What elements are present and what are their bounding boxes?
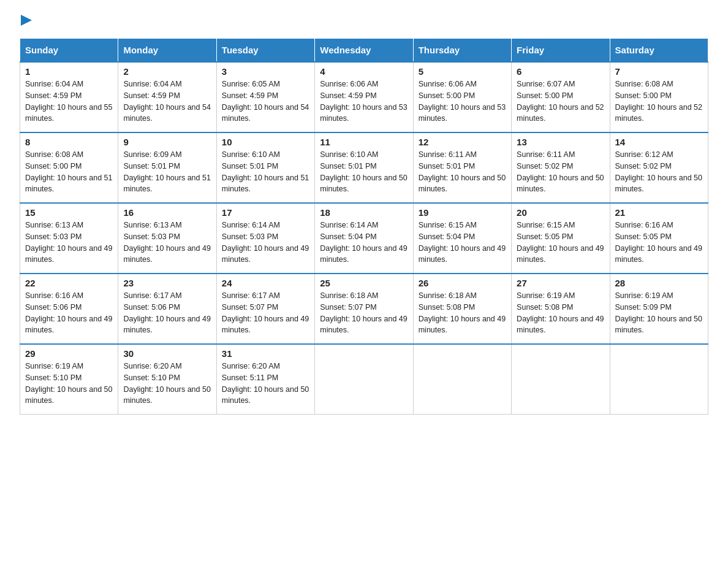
calendar-header-thursday: Thursday: [413, 39, 511, 63]
day-info: Sunrise: 6:06 AMSunset: 4:59 PMDaylight:…: [320, 79, 408, 124]
day-info: Sunrise: 6:04 AMSunset: 4:59 PMDaylight:…: [25, 79, 113, 124]
day-number: 23: [123, 278, 211, 288]
day-info: Sunrise: 6:13 AMSunset: 5:03 PMDaylight:…: [123, 220, 211, 266]
day-number: 11: [320, 137, 408, 147]
day-info: Sunrise: 6:14 AMSunset: 5:04 PMDaylight:…: [320, 220, 408, 266]
calendar-empty-cell: [512, 344, 610, 415]
day-info: Sunrise: 6:19 AMSunset: 5:10 PMDaylight:…: [25, 361, 113, 407]
calendar-header-sunday: Sunday: [20, 39, 118, 63]
calendar-week-row: 29 Sunrise: 6:19 AMSunset: 5:10 PMDaylig…: [20, 344, 708, 415]
calendar-day-cell: 27 Sunrise: 6:19 AMSunset: 5:08 PMDaylig…: [512, 274, 610, 344]
day-number: 22: [25, 278, 113, 288]
calendar-day-cell: 9 Sunrise: 6:09 AMSunset: 5:01 PMDayligh…: [118, 132, 216, 203]
day-number: 8: [25, 137, 113, 147]
calendar-day-cell: 3 Sunrise: 6:05 AMSunset: 4:59 PMDayligh…: [216, 62, 314, 132]
day-info: Sunrise: 6:09 AMSunset: 5:01 PMDaylight:…: [123, 149, 211, 195]
calendar-day-cell: 15 Sunrise: 6:13 AMSunset: 5:03 PMDaylig…: [20, 203, 118, 274]
day-number: 24: [222, 278, 309, 288]
calendar-day-cell: 11 Sunrise: 6:10 AMSunset: 5:01 PMDaylig…: [315, 132, 413, 203]
day-info: Sunrise: 6:11 AMSunset: 5:01 PMDaylight:…: [419, 149, 506, 195]
day-info: Sunrise: 6:17 AMSunset: 5:07 PMDaylight:…: [222, 290, 309, 336]
day-number: 9: [123, 137, 211, 147]
day-number: 14: [615, 137, 703, 147]
day-number: 16: [123, 207, 211, 218]
day-info: Sunrise: 6:20 AMSunset: 5:10 PMDaylight:…: [123, 361, 211, 407]
day-number: 4: [320, 66, 408, 77]
calendar-day-cell: 24 Sunrise: 6:17 AMSunset: 5:07 PMDaylig…: [216, 274, 314, 344]
day-info: Sunrise: 6:16 AMSunset: 5:06 PMDaylight:…: [25, 290, 113, 336]
calendar-day-cell: 8 Sunrise: 6:08 AMSunset: 5:00 PMDayligh…: [20, 132, 118, 203]
calendar-day-cell: 23 Sunrise: 6:17 AMSunset: 5:06 PMDaylig…: [118, 274, 216, 344]
day-number: 20: [517, 207, 604, 218]
day-number: 1: [25, 66, 113, 77]
calendar-empty-cell: [610, 344, 708, 415]
day-number: 25: [320, 278, 408, 288]
calendar-day-cell: 16 Sunrise: 6:13 AMSunset: 5:03 PMDaylig…: [118, 203, 216, 274]
day-number: 29: [25, 348, 113, 359]
calendar-week-row: 15 Sunrise: 6:13 AMSunset: 5:03 PMDaylig…: [20, 203, 708, 274]
day-info: Sunrise: 6:07 AMSunset: 5:00 PMDaylight:…: [517, 79, 604, 124]
day-info: Sunrise: 6:15 AMSunset: 5:04 PMDaylight:…: [419, 220, 506, 266]
calendar-empty-cell: [413, 344, 511, 415]
calendar-day-cell: 26 Sunrise: 6:18 AMSunset: 5:08 PMDaylig…: [413, 274, 511, 344]
day-info: Sunrise: 6:16 AMSunset: 5:05 PMDaylight:…: [615, 220, 703, 266]
calendar-day-cell: 12 Sunrise: 6:11 AMSunset: 5:01 PMDaylig…: [413, 132, 511, 203]
calendar-day-cell: 31 Sunrise: 6:20 AMSunset: 5:11 PMDaylig…: [216, 344, 314, 415]
day-number: 18: [320, 207, 408, 218]
day-info: Sunrise: 6:15 AMSunset: 5:05 PMDaylight:…: [517, 220, 604, 266]
day-number: 5: [419, 66, 506, 77]
calendar-table: SundayMondayTuesdayWednesdayThursdayFrid…: [20, 38, 708, 415]
calendar-day-cell: 30 Sunrise: 6:20 AMSunset: 5:10 PMDaylig…: [118, 344, 216, 415]
calendar-empty-cell: [315, 344, 413, 415]
day-number: 10: [222, 137, 309, 147]
day-info: Sunrise: 6:17 AMSunset: 5:06 PMDaylight:…: [123, 290, 211, 336]
day-info: Sunrise: 6:04 AMSunset: 4:59 PMDaylight:…: [123, 79, 211, 124]
day-number: 13: [517, 137, 604, 147]
logo: [20, 15, 32, 28]
calendar-day-cell: 1 Sunrise: 6:04 AMSunset: 4:59 PMDayligh…: [20, 62, 118, 132]
day-info: Sunrise: 6:20 AMSunset: 5:11 PMDaylight:…: [222, 361, 309, 407]
calendar-day-cell: 29 Sunrise: 6:19 AMSunset: 5:10 PMDaylig…: [20, 344, 118, 415]
day-number: 27: [517, 278, 604, 288]
calendar-day-cell: 25 Sunrise: 6:18 AMSunset: 5:07 PMDaylig…: [315, 274, 413, 344]
day-number: 28: [615, 278, 703, 288]
day-number: 6: [517, 66, 604, 77]
page-header: [20, 15, 708, 28]
day-info: Sunrise: 6:08 AMSunset: 5:00 PMDaylight:…: [25, 149, 113, 195]
calendar-header-friday: Friday: [512, 39, 610, 63]
day-info: Sunrise: 6:06 AMSunset: 5:00 PMDaylight:…: [419, 79, 506, 124]
day-number: 19: [419, 207, 506, 218]
calendar-day-cell: 2 Sunrise: 6:04 AMSunset: 4:59 PMDayligh…: [118, 62, 216, 132]
day-info: Sunrise: 6:13 AMSunset: 5:03 PMDaylight:…: [25, 220, 113, 266]
calendar-day-cell: 17 Sunrise: 6:14 AMSunset: 5:03 PMDaylig…: [216, 203, 314, 274]
day-number: 31: [222, 348, 309, 359]
calendar-header-tuesday: Tuesday: [216, 39, 314, 63]
day-number: 17: [222, 207, 309, 218]
calendar-day-cell: 21 Sunrise: 6:16 AMSunset: 5:05 PMDaylig…: [610, 203, 708, 274]
calendar-day-cell: 6 Sunrise: 6:07 AMSunset: 5:00 PMDayligh…: [512, 62, 610, 132]
day-info: Sunrise: 6:10 AMSunset: 5:01 PMDaylight:…: [222, 149, 309, 195]
calendar-week-row: 1 Sunrise: 6:04 AMSunset: 4:59 PMDayligh…: [20, 62, 708, 132]
calendar-week-row: 22 Sunrise: 6:16 AMSunset: 5:06 PMDaylig…: [20, 274, 708, 344]
calendar-day-cell: 20 Sunrise: 6:15 AMSunset: 5:05 PMDaylig…: [512, 203, 610, 274]
calendar-day-cell: 28 Sunrise: 6:19 AMSunset: 5:09 PMDaylig…: [610, 274, 708, 344]
day-info: Sunrise: 6:10 AMSunset: 5:01 PMDaylight:…: [320, 149, 408, 195]
day-info: Sunrise: 6:08 AMSunset: 5:00 PMDaylight:…: [615, 79, 703, 124]
svg-marker-0: [21, 15, 32, 26]
calendar-day-cell: 13 Sunrise: 6:11 AMSunset: 5:02 PMDaylig…: [512, 132, 610, 203]
day-info: Sunrise: 6:19 AMSunset: 5:09 PMDaylight:…: [615, 290, 703, 336]
calendar-day-cell: 4 Sunrise: 6:06 AMSunset: 4:59 PMDayligh…: [315, 62, 413, 132]
calendar-header-saturday: Saturday: [610, 39, 708, 63]
calendar-week-row: 8 Sunrise: 6:08 AMSunset: 5:00 PMDayligh…: [20, 132, 708, 203]
calendar-day-cell: 5 Sunrise: 6:06 AMSunset: 5:00 PMDayligh…: [413, 62, 511, 132]
day-number: 12: [419, 137, 506, 147]
calendar-day-cell: 14 Sunrise: 6:12 AMSunset: 5:02 PMDaylig…: [610, 132, 708, 203]
day-info: Sunrise: 6:11 AMSunset: 5:02 PMDaylight:…: [517, 149, 604, 195]
day-info: Sunrise: 6:05 AMSunset: 4:59 PMDaylight:…: [222, 79, 309, 124]
day-info: Sunrise: 6:12 AMSunset: 5:02 PMDaylight:…: [615, 149, 703, 195]
calendar-day-cell: 7 Sunrise: 6:08 AMSunset: 5:00 PMDayligh…: [610, 62, 708, 132]
day-number: 30: [123, 348, 211, 359]
calendar-day-cell: 18 Sunrise: 6:14 AMSunset: 5:04 PMDaylig…: [315, 203, 413, 274]
day-info: Sunrise: 6:19 AMSunset: 5:08 PMDaylight:…: [517, 290, 604, 336]
day-info: Sunrise: 6:18 AMSunset: 5:08 PMDaylight:…: [419, 290, 506, 336]
